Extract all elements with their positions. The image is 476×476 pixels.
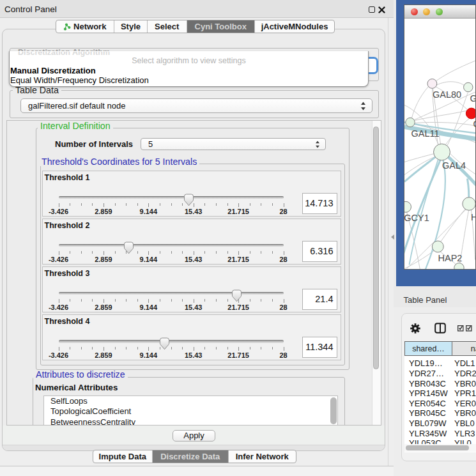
svg-text:HAP2: HAP2 [438,252,462,263]
svg-text:GA: GA [470,93,476,103]
svg-text:GCY1: GCY1 [404,213,429,223]
svg-text:GAL80: GAL80 [433,89,461,100]
svg-text:GAL11: GAL11 [411,128,439,139]
svg-text:H: H [471,212,476,222]
svg-text:C: C [473,119,476,129]
svg-text:GAL4: GAL4 [442,160,466,171]
